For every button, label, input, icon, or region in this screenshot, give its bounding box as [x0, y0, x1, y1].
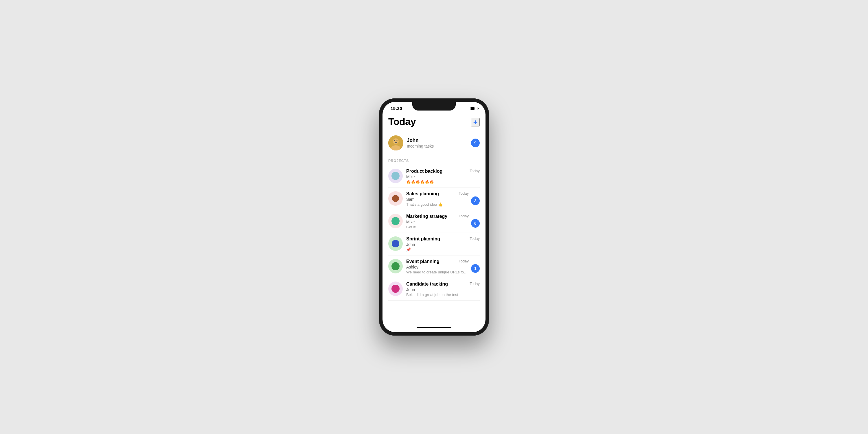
project-date-candidate-tracking: Today: [470, 281, 480, 286]
project-icon-inner-marketing-strategy: [392, 217, 400, 225]
page-title: Today: [388, 116, 416, 127]
project-badge-event-planning: 1: [471, 264, 480, 273]
project-icon-product-backlog: [388, 169, 403, 183]
project-icon-event-planning: [388, 259, 403, 273]
phone-frame: 15:20 Today +: [379, 98, 489, 336]
project-preview-marketing-strategy: Got it!: [406, 225, 469, 229]
project-person-marketing-strategy: Mike: [406, 220, 469, 224]
project-details-marketing-strategy: Marketing strategy Today Mike Got it!: [406, 214, 469, 229]
project-icon-sprint-planning: [388, 237, 403, 251]
project-name-marketing-strategy: Marketing strategy: [406, 214, 447, 219]
project-icon-inner-event-planning: [392, 262, 400, 270]
phone-screen: 15:20 Today +: [382, 102, 486, 332]
user-subtitle: Incoming tasks: [407, 144, 471, 148]
project-person-sprint-planning: John: [406, 242, 480, 247]
header: Today +: [388, 113, 480, 132]
project-details-candidate-tracking: Candidate tracking Today John Bella did …: [406, 281, 480, 297]
project-details-sprint-planning: Sprint planning Today John 📌: [406, 237, 480, 252]
project-preview-event-planning: We need to create unique URLs for tra...: [406, 270, 469, 274]
project-item-event-planning[interactable]: Event planning Today Ashley We need to c…: [388, 255, 480, 278]
project-preview-sales-planning: That's a good idea 👍: [406, 202, 469, 207]
project-date-sprint-planning: Today: [470, 237, 480, 241]
project-icon-sales-planning: [388, 191, 403, 206]
add-icon: +: [473, 118, 477, 126]
project-person-candidate-tracking: John: [406, 287, 480, 292]
svg-point-3: [393, 138, 399, 144]
project-icon-candidate-tracking: [388, 281, 403, 296]
project-date-product-backlog: Today: [470, 169, 480, 173]
avatar: [388, 135, 403, 151]
project-preview-product-backlog: 🔥🔥🔥🔥🔥🔥: [406, 180, 480, 184]
status-icons: [470, 107, 477, 110]
project-icon-inner-sprint-planning: [392, 240, 399, 247]
project-name-sprint-planning: Sprint planning: [406, 237, 440, 242]
project-badge-sales-planning: 3: [471, 196, 480, 205]
project-preview-sprint-planning: 📌: [406, 247, 480, 252]
project-name-sales-planning: Sales planning: [406, 191, 439, 196]
project-item-sales-planning[interactable]: Sales planning Today Sam That's a good i…: [388, 188, 480, 210]
project-icon-marketing-strategy: [388, 214, 403, 228]
user-name: John: [407, 137, 471, 143]
home-indicator: [382, 322, 486, 332]
svg-point-5: [397, 140, 398, 141]
add-button[interactable]: +: [471, 118, 480, 126]
project-item-candidate-tracking[interactable]: Candidate tracking Today John Bella did …: [388, 278, 480, 301]
notch: [412, 102, 456, 111]
project-item-sprint-planning[interactable]: Sprint planning Today John 📌: [388, 233, 480, 255]
status-time: 15:20: [391, 106, 402, 111]
project-icon-inner-candidate-tracking: [392, 285, 400, 293]
project-icon-inner-product-backlog: [392, 172, 400, 180]
project-name-event-planning: Event planning: [406, 259, 439, 264]
project-preview-candidate-tracking: Bella did a great job on the test: [406, 292, 480, 297]
project-date-marketing-strategy: Today: [459, 214, 469, 218]
project-person-product-backlog: Mike: [406, 175, 480, 179]
projects-list: Product backlog Today Mike 🔥🔥🔥🔥🔥🔥 Sales …: [388, 165, 480, 301]
user-badge: 9: [471, 138, 480, 147]
project-name-candidate-tracking: Candidate tracking: [406, 281, 448, 287]
project-item-marketing-strategy[interactable]: Marketing strategy Today Mike Got it! 6: [388, 210, 480, 233]
project-date-event-planning: Today: [459, 259, 469, 263]
project-date-sales-planning: Today: [459, 191, 469, 195]
section-header: PROJECTS: [388, 155, 480, 165]
project-badge-marketing-strategy: 6: [471, 219, 480, 228]
main-content: Today +: [382, 113, 486, 322]
battery-icon: [470, 107, 477, 110]
user-info: John Incoming tasks: [407, 137, 471, 148]
project-details-event-planning: Event planning Today Ashley We need to c…: [406, 259, 469, 274]
project-details-sales-planning: Sales planning Today Sam That's a good i…: [406, 191, 469, 207]
project-person-event-planning: Ashley: [406, 265, 469, 269]
project-details-product-backlog: Product backlog Today Mike 🔥🔥🔥🔥🔥🔥: [406, 169, 480, 184]
home-bar: [416, 327, 452, 328]
svg-point-4: [394, 140, 395, 141]
project-item-product-backlog[interactable]: Product backlog Today Mike 🔥🔥🔥🔥🔥🔥: [388, 165, 480, 188]
project-icon-inner-sales-planning: [392, 195, 399, 202]
project-person-sales-planning: Sam: [406, 197, 469, 202]
project-name-product-backlog: Product backlog: [406, 169, 442, 174]
user-card[interactable]: John Incoming tasks 9: [388, 132, 480, 154]
